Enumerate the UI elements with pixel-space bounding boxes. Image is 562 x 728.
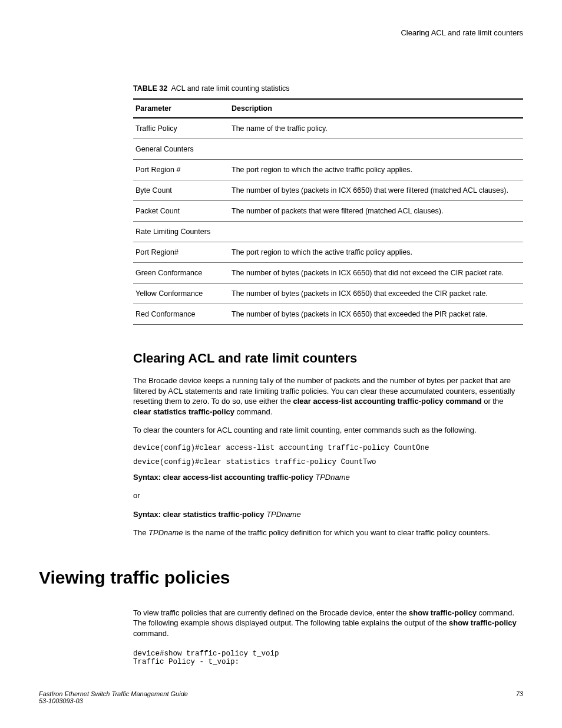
table-row: General Counters (133, 139, 523, 160)
th-parameter: Parameter (133, 99, 229, 118)
paragraph: To clear the counters for ACL counting a… (133, 425, 523, 436)
footer-page-number: 73 (516, 690, 523, 697)
cell-param: Rate Limiting Counters (133, 222, 523, 242)
text-bold: clear access-list accounting traffic-pol… (293, 397, 481, 406)
cell-param: Port Region# (133, 242, 229, 263)
text-italic: TPDname (148, 528, 183, 537)
section-heading-viewing: Viewing traffic policies (39, 568, 523, 588)
text: The (133, 528, 148, 537)
syntax-line: Syntax: clear statistics traffic-policy … (133, 509, 523, 520)
table-row: Green ConformanceThe number of bytes (pa… (133, 263, 523, 284)
text-italic: TPDname (266, 510, 301, 519)
table-caption-text: ACL and rate limit counting statistics (171, 84, 289, 93)
cell-param: Byte Count (133, 180, 229, 201)
section-heading-clearing: Clearing ACL and rate limit counters (133, 351, 523, 366)
cell-desc: The number of packets that were filtered… (229, 201, 523, 222)
cell-param: Red Conformance (133, 304, 229, 325)
cell-desc: The number of bytes (packets in ICX 6650… (229, 304, 523, 325)
footer-left: FastIron Ethernet Switch Traffic Managem… (39, 690, 188, 704)
table-number: TABLE 32 (133, 84, 167, 93)
text: command. (133, 629, 169, 638)
text-bold: Syntax: clear access-list accounting tra… (133, 473, 315, 482)
text-bold: Syntax: clear statistics traffic-policy (133, 510, 266, 519)
table-row: Rate Limiting Counters (133, 222, 523, 242)
running-header: Clearing ACL and rate limit counters (39, 28, 523, 37)
cell-desc: The port region to which the active traf… (229, 242, 523, 263)
cell-desc: The name of the traffic policy. (229, 118, 523, 139)
cell-param: Packet Count (133, 201, 229, 222)
statistics-table: Parameter Description Traffic PolicyThe … (133, 98, 523, 325)
cell-desc: The number of bytes (packets in ICX 6650… (229, 284, 523, 304)
text-bold: clear statistics traffic-policy (133, 407, 234, 416)
main-content-2: To view traffic policies that are curren… (133, 608, 523, 666)
main-content: TABLE 32 ACL and rate limit counting sta… (133, 84, 523, 538)
text: or the (482, 397, 504, 406)
table-row: Port Region #The port region to which th… (133, 160, 523, 180)
table-row: Port Region#The port region to which the… (133, 242, 523, 263)
table-row: Byte CountThe number of bytes (packets i… (133, 180, 523, 201)
cell-param: Traffic Policy (133, 118, 229, 139)
cell-desc: The number of bytes (packets in ICX 6650… (229, 180, 523, 201)
text-italic: TPDname (315, 473, 350, 482)
page-footer: FastIron Ethernet Switch Traffic Managem… (39, 690, 523, 704)
text: is the name of the traffic policy defini… (183, 528, 490, 537)
text-bold: show traffic-policy (409, 608, 477, 617)
footer-title: FastIron Ethernet Switch Traffic Managem… (39, 690, 188, 697)
page: Clearing ACL and rate limit counters TAB… (0, 0, 562, 728)
code-block: device#show traffic-policy t_voip Traffi… (133, 650, 523, 666)
paragraph: or (133, 490, 523, 501)
cell-desc: The number of bytes (packets in ICX 6650… (229, 263, 523, 284)
table-row: Packet CountThe number of packets that w… (133, 201, 523, 222)
code-line: device(config)#clear statistics traffic-… (133, 458, 523, 466)
footer-docnum: 53-1003093-03 (39, 697, 83, 704)
text: command. (234, 407, 272, 416)
paragraph: The TPDname is the name of the traffic p… (133, 528, 523, 538)
table-row: Traffic PolicyThe name of the traffic po… (133, 118, 523, 139)
cell-param: Port Region # (133, 160, 229, 180)
paragraph: The Brocade device keeps a running tally… (133, 375, 523, 417)
cell-desc: The port region to which the active traf… (229, 160, 523, 180)
syntax-line: Syntax: clear access-list accounting tra… (133, 472, 523, 483)
cell-param: Green Conformance (133, 263, 229, 284)
text-bold: show traffic-policy (449, 618, 517, 627)
code-line: device(config)#clear access-list account… (133, 444, 523, 452)
table-row: Red ConformanceThe number of bytes (pack… (133, 304, 523, 325)
cell-param: Yellow Conformance (133, 284, 229, 304)
cell-param: General Counters (133, 139, 523, 160)
table-row: Yellow ConformanceThe number of bytes (p… (133, 284, 523, 304)
text: To view traffic policies that are curren… (133, 608, 409, 617)
paragraph: To view traffic policies that are curren… (133, 608, 523, 639)
th-description: Description (229, 99, 523, 118)
table-caption: TABLE 32 ACL and rate limit counting sta… (133, 84, 523, 93)
